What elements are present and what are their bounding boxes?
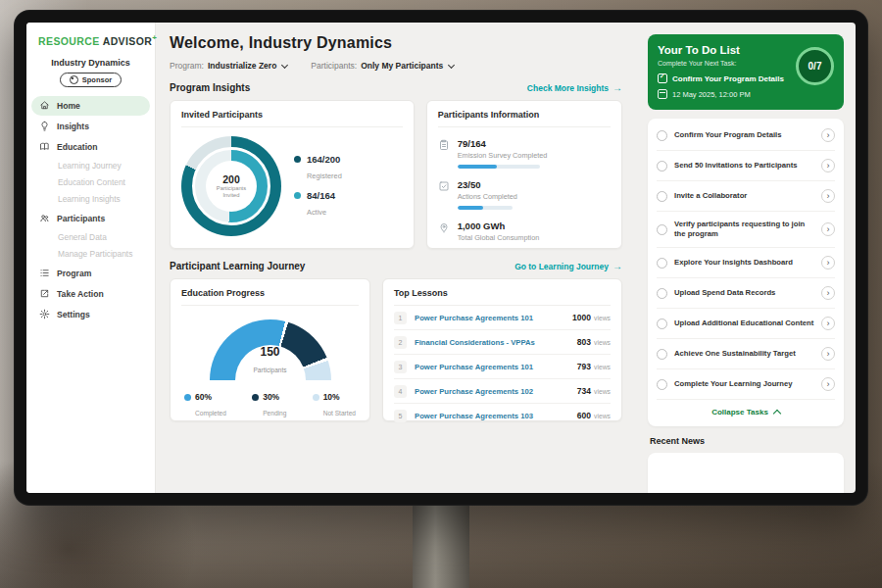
sponsor-badge[interactable]: Sponsor bbox=[60, 73, 122, 87]
metric-row: 1,000 GWh Total Global Consumption bbox=[438, 220, 611, 242]
sidebar-item-label: Education Content bbox=[58, 177, 125, 187]
sidebar-item-insights[interactable]: Insights bbox=[31, 117, 150, 136]
todo-task-row[interactable]: Verify participants requesting to join t… bbox=[657, 212, 835, 248]
lesson-link[interactable]: Financial Considerations - VPPAs bbox=[415, 338, 569, 347]
sidebar-item-education[interactable]: Education bbox=[31, 137, 150, 157]
section-title: Participant Learning Journey bbox=[170, 261, 305, 271]
todo-task-row[interactable]: Upload Additional Educational Content bbox=[657, 309, 835, 339]
clipboard-icon bbox=[438, 139, 450, 151]
monitor-frame: RESOURCE ADVISOR+ Industry Dynamics Spon… bbox=[14, 10, 868, 506]
sidebar-item-participants[interactable]: Participants bbox=[31, 209, 150, 228]
card-title: Top Lessons bbox=[394, 288, 611, 306]
background: RESOURCE ADVISOR+ Industry Dynamics Spon… bbox=[0, 0, 882, 588]
not-started-dot-icon bbox=[313, 394, 319, 401]
screen: RESOURCE ADVISOR+ Industry Dynamics Spon… bbox=[26, 23, 856, 493]
education-gauge-chart: 150 Participants bbox=[210, 319, 331, 380]
sidebar-item-label: Learning Insights bbox=[58, 194, 121, 204]
sidebar-item-general-data[interactable]: General Data bbox=[31, 229, 150, 246]
lesson-link[interactable]: Power Purchase Agreements 101 bbox=[415, 314, 564, 322]
legend-item: 30% Pending bbox=[252, 392, 286, 419]
sidebar-item-label: Program bbox=[57, 269, 91, 278]
task-open-button[interactable] bbox=[821, 256, 835, 270]
todo-panel: Your To Do List Complete Your Next Task:… bbox=[636, 23, 856, 493]
recent-news-title: Recent News bbox=[650, 436, 842, 446]
sidebar-item-label: Settings bbox=[57, 310, 90, 319]
collapse-tasks-link[interactable]: Collapse Tasks bbox=[657, 400, 835, 422]
task-checkbox[interactable] bbox=[657, 379, 667, 390]
sidebar-item-learning-insights[interactable]: Learning Insights bbox=[31, 191, 150, 208]
sidebar-item-label: Home bbox=[57, 101, 80, 111]
lesson-link[interactable]: Power Purchase Agreements 103 bbox=[415, 412, 569, 420]
task-open-button[interactable] bbox=[821, 159, 835, 172]
lesson-views: 734views bbox=[577, 386, 611, 396]
task-open-button[interactable] bbox=[821, 189, 835, 203]
task-open-button[interactable] bbox=[821, 377, 835, 391]
todo-progress-badge: 0/7 bbox=[796, 47, 834, 85]
task-checkbox[interactable] bbox=[657, 130, 667, 141]
task-open-button[interactable] bbox=[821, 128, 835, 142]
registered-dot-icon bbox=[294, 156, 301, 163]
todo-task-row[interactable]: Explore Your Insights Dashboard bbox=[657, 248, 835, 278]
calendar-icon bbox=[658, 89, 667, 99]
lightbulb-icon bbox=[39, 121, 50, 131]
check-more-insights-link[interactable]: Check More Insights bbox=[527, 82, 622, 93]
program-value: Industrialize Zero bbox=[208, 61, 276, 71]
todo-task-row[interactable]: Complete Your Learning Journey bbox=[657, 369, 835, 400]
lesson-row: 1 Power Purchase Agreements 101 1000view… bbox=[394, 306, 611, 330]
sidebar-item-label: Learning Journey bbox=[58, 161, 122, 171]
sidebar: RESOURCE ADVISOR+ Industry Dynamics Spon… bbox=[26, 23, 156, 493]
sidebar-item-home[interactable]: Home bbox=[31, 96, 150, 116]
sidebar-item-program[interactable]: Program bbox=[31, 264, 150, 283]
legend-item: 10% Not Started bbox=[313, 392, 356, 419]
program-select[interactable]: Program: Industrialize Zero bbox=[170, 61, 287, 71]
participants-information-card: Participants Information 79/164 Emission… bbox=[426, 100, 622, 249]
lesson-rank: 2 bbox=[394, 336, 407, 349]
todo-task-row[interactable]: Send 50 Invitations to Participants bbox=[657, 151, 835, 181]
next-task-label: Confirm Your Program Details bbox=[672, 74, 784, 83]
task-open-button[interactable] bbox=[821, 317, 835, 330]
task-checkbox[interactable] bbox=[657, 318, 667, 329]
donut-center-value: 200 bbox=[222, 173, 240, 185]
task-open-button[interactable] bbox=[821, 347, 835, 361]
todo-task-list: Confirm Your Program Details Send 50 Inv… bbox=[648, 119, 844, 426]
task-checkbox[interactable] bbox=[657, 349, 667, 360]
sidebar-item-education-content[interactable]: Education Content bbox=[31, 174, 150, 191]
progress-bar bbox=[458, 206, 513, 210]
todo-task-row[interactable]: Confirm Your Program Details bbox=[657, 121, 835, 151]
book-icon bbox=[39, 141, 50, 152]
sponsor-icon bbox=[70, 75, 78, 84]
active-dot-icon bbox=[294, 192, 301, 199]
sidebar-item-label: General Data bbox=[58, 232, 107, 242]
sponsor-badge-label: Sponsor bbox=[82, 75, 112, 84]
go-to-learning-journey-link[interactable]: Go to Learning Journey bbox=[514, 261, 622, 271]
task-checkbox[interactable] bbox=[657, 224, 667, 235]
task-checkbox[interactable] bbox=[657, 161, 667, 172]
filters-row: Program: Industrialize Zero Participants… bbox=[170, 61, 622, 71]
education-legend: 60% Completed 30% Pending 10% bbox=[181, 392, 359, 419]
logo-advisor: ADVISOR bbox=[103, 35, 153, 47]
participants-value: Only My Participants bbox=[361, 61, 443, 71]
lesson-link[interactable]: Power Purchase Agreements 101 bbox=[415, 363, 569, 371]
lesson-link[interactable]: Power Purchase Agreements 102 bbox=[415, 387, 569, 396]
task-checkbox[interactable] bbox=[657, 288, 667, 299]
legend-item: 164/200 Registered bbox=[294, 154, 342, 182]
sidebar-item-label: Participants bbox=[57, 214, 105, 223]
todo-header-card: Your To Do List Complete Your Next Task:… bbox=[648, 34, 844, 110]
task-checkbox[interactable] bbox=[657, 191, 667, 202]
task-open-button[interactable] bbox=[821, 222, 835, 236]
program-insights-section-header: Program Insights Check More Insights bbox=[170, 82, 622, 93]
todo-task-row[interactable]: Invite a Collaborator bbox=[657, 181, 835, 212]
sidebar-item-manage-participants[interactable]: Manage Participants bbox=[31, 246, 150, 263]
participants-select[interactable]: Participants: Only My Participants bbox=[311, 61, 454, 71]
sidebar-item-settings[interactable]: Settings bbox=[31, 305, 150, 324]
todo-task-row[interactable]: Achieve One Sustainability Target bbox=[657, 339, 835, 369]
progress-bar bbox=[458, 165, 540, 169]
task-open-button[interactable] bbox=[821, 286, 835, 300]
todo-task-row[interactable]: Upload Spend Data Records bbox=[657, 278, 835, 309]
sidebar-item-learning-journey[interactable]: Learning Journey bbox=[31, 158, 150, 174]
task-checkbox[interactable] bbox=[657, 258, 667, 269]
chevron-down-icon bbox=[281, 61, 288, 68]
sidebar-item-take-action[interactable]: Take Action bbox=[31, 284, 150, 304]
page-title: Welcome, Industry Dynamics bbox=[170, 34, 622, 52]
sidebar-item-label: Take Action bbox=[57, 289, 104, 299]
